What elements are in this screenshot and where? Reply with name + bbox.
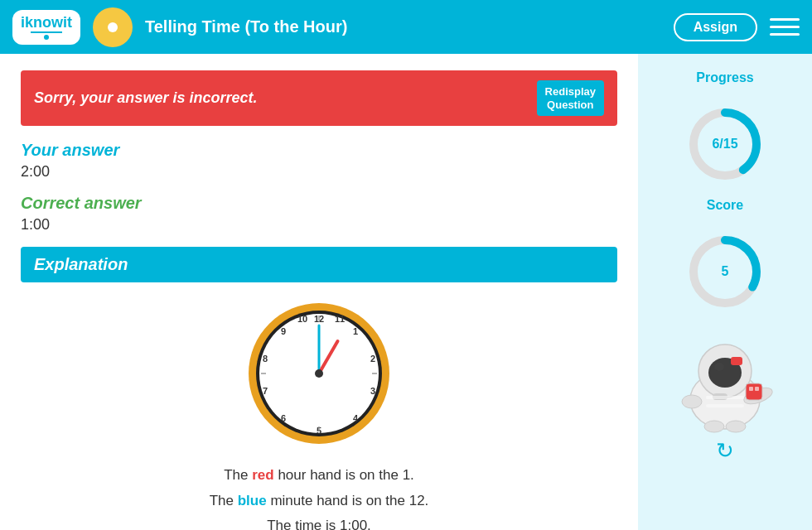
clock-container: 12 1 2 3 4 5 6 7 8 9 10 11 [21, 299, 617, 448]
explanation-line-1: The red hour hand is on the 1. [21, 463, 617, 489]
exp-line2-color-word: blue [238, 493, 267, 508]
sidebar: Progress 6/15 Score 5 [638, 54, 812, 530]
menu-button[interactable] [770, 12, 800, 42]
score-ring: 5 [688, 234, 762, 309]
svg-text:8: 8 [263, 354, 268, 364]
exp-line2-suffix: minute hand is on the 12. [267, 493, 429, 508]
exp-line1-suffix: hour hand is on the 1. [274, 467, 414, 483]
progress-label: Progress [696, 70, 753, 85]
svg-text:11: 11 [335, 314, 345, 324]
correct-answer-value: 1:00 [21, 216, 617, 234]
score-value: 5 [722, 264, 729, 279]
content-area: Sorry, your answer is incorrect. Redispl… [0, 54, 638, 530]
svg-text:4: 4 [353, 413, 359, 423]
your-answer-value: 2:00 [21, 163, 617, 181]
svg-point-38 [726, 421, 746, 432]
explanation-bar: Explanation [21, 247, 617, 282]
page-title: Telling Time (To the Hour) [145, 17, 661, 36]
svg-point-29 [714, 363, 724, 371]
exp-line2-prefix: The [210, 493, 238, 508]
exp-line1-prefix: The [224, 467, 252, 483]
your-answer-label: Your answer [21, 141, 617, 160]
svg-point-31 [682, 395, 702, 408]
next-arrow[interactable]: ↻ [716, 438, 734, 464]
clock-svg: 12 1 2 3 4 5 6 7 8 9 10 11 [244, 299, 394, 448]
incorrect-message: Sorry, your answer is incorrect. [34, 89, 257, 107]
progress-value: 6/15 [712, 137, 737, 152]
svg-point-37 [704, 421, 724, 432]
svg-rect-39 [706, 396, 744, 399]
astronaut-svg [671, 334, 779, 433]
score-label: Score [707, 198, 743, 213]
svg-text:6: 6 [281, 413, 286, 423]
svg-text:2: 2 [370, 354, 375, 364]
svg-text:10: 10 [297, 314, 307, 324]
correct-answer-label: Correct answer [21, 194, 617, 213]
progress-ring: 6/15 [688, 107, 762, 181]
explanation-text: The red hour hand is on the 1. The blue … [21, 463, 617, 530]
svg-rect-34 [746, 383, 762, 400]
hamburger-line-2 [770, 26, 800, 28]
subject-icon [93, 7, 133, 47]
redisplay-button[interactable]: RedisplayQuestion [537, 80, 604, 116]
svg-rect-35 [749, 387, 753, 391]
svg-rect-30 [731, 357, 742, 365]
hamburger-line-1 [770, 18, 800, 21]
clock-center [108, 22, 118, 32]
svg-point-21 [315, 369, 323, 378]
hamburger-line-3 [770, 33, 800, 36]
svg-text:9: 9 [281, 326, 286, 336]
svg-rect-40 [706, 404, 744, 407]
svg-text:3: 3 [370, 386, 375, 396]
svg-rect-36 [755, 387, 759, 391]
explanation-line-2: The blue minute hand is on the 12. [21, 489, 617, 514]
logo-dot [44, 35, 49, 40]
assign-button[interactable]: Assign [674, 13, 757, 41]
incorrect-banner: Sorry, your answer is incorrect. Redispl… [21, 70, 617, 126]
exp-line1-color-word: red [252, 467, 273, 483]
astronaut-container: ↻ [671, 334, 779, 464]
header: iknowit Telling Time (To the Hour) Assig… [0, 0, 812, 54]
main-layout: Sorry, your answer is incorrect. Redispl… [0, 54, 812, 530]
explanation-line-3: The time is 1:00. [21, 513, 617, 530]
svg-text:1: 1 [353, 326, 358, 336]
logo-underline [31, 31, 61, 33]
logo: iknowit [12, 10, 80, 45]
svg-text:7: 7 [263, 386, 268, 396]
logo-text: iknowit [21, 15, 72, 30]
